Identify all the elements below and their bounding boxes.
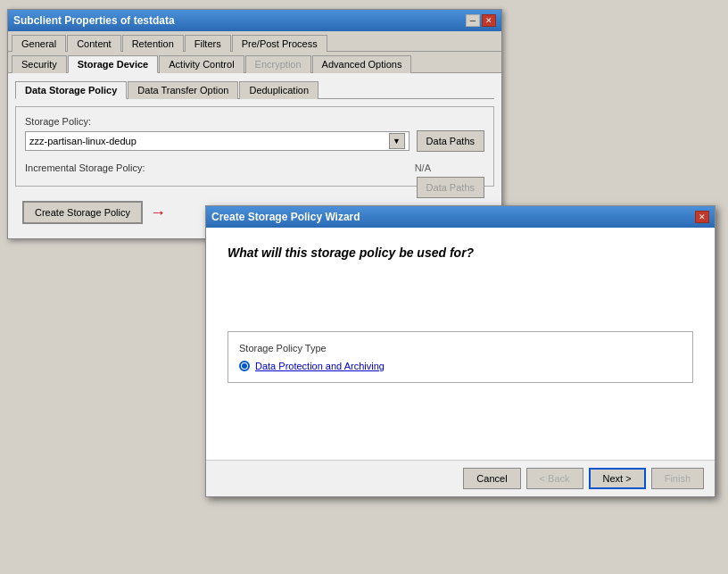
storage-policy-type-label: Storage Policy Type: [239, 343, 682, 354]
inner-tab-deduplication[interactable]: Deduplication: [239, 81, 318, 99]
tab-content[interactable]: Content: [67, 35, 121, 52]
wizard-footer: Cancel < Back Next > Finish: [206, 460, 715, 496]
storage-policy-type-group: Storage Policy Type Data Protection and …: [228, 331, 693, 383]
right-arrow-icon: →: [150, 204, 166, 222]
incremental-storage-label: Incremental Storage Policy:: [25, 162, 145, 173]
wizard-close-icon: ✕: [699, 212, 706, 221]
storage-policy-value: zzz-partisan-linux-dedup: [29, 136, 136, 146]
tab-row-2: Security Storage Device Activity Control…: [8, 52, 501, 73]
arrow-indicator: →: [150, 204, 166, 222]
tab-row-1: General Content Retention Filters Pre/Po…: [8, 31, 501, 52]
tab-general[interactable]: General: [12, 35, 66, 52]
wizard-title-bar: Create Storage Policy Wizard ✕: [206, 206, 715, 228]
wizard-title: Create Storage Policy Wizard: [211, 211, 360, 223]
minimize-button[interactable]: ─: [466, 14, 480, 27]
tab-prepost[interactable]: Pre/Post Process: [232, 35, 327, 52]
storage-policy-label: Storage Policy:: [25, 116, 484, 127]
tab-retention[interactable]: Retention: [122, 35, 184, 52]
radio-label-data-protection: Data Protection and Archiving: [255, 361, 385, 371]
finish-button[interactable]: Finish: [651, 468, 704, 489]
tab-activity-control[interactable]: Activity Control: [159, 55, 244, 73]
minimize-icon: ─: [470, 16, 476, 25]
next-button[interactable]: Next >: [589, 468, 646, 489]
data-paths-button-1[interactable]: Data Paths: [417, 130, 484, 152]
inner-tab-data-transfer-option[interactable]: Data Transfer Option: [128, 81, 238, 99]
radio-button-data-protection[interactable]: [239, 361, 250, 371]
radio-option-row[interactable]: Data Protection and Archiving: [239, 361, 682, 371]
main-window-title: Subclient Properties of testdata: [13, 14, 175, 27]
main-title-bar: Subclient Properties of testdata ─ ✕: [8, 10, 501, 31]
dropdown-arrow-icon[interactable]: ▼: [389, 133, 405, 149]
radio-button-inner: [242, 363, 247, 369]
wizard-content: What will this storage policy be used fo…: [206, 228, 715, 460]
storage-policy-panel: Storage Policy: zzz-partisan-linux-dedup…: [15, 106, 494, 187]
tab-security[interactable]: Security: [12, 55, 67, 73]
close-icon: ✕: [485, 16, 492, 25]
wizard-title-controls: ✕: [695, 211, 709, 223]
storage-policy-dropdown[interactable]: zzz-partisan-linux-dedup ▼: [25, 131, 410, 151]
cancel-button[interactable]: Cancel: [463, 468, 520, 489]
create-storage-policy-button[interactable]: Create Storage Policy: [22, 201, 143, 224]
back-button[interactable]: < Back: [526, 468, 583, 489]
tab-storage-device[interactable]: Storage Device: [68, 55, 158, 73]
tab-encryption: Encryption: [245, 55, 311, 73]
wizard-window: Create Storage Policy Wizard ✕ What will…: [205, 205, 716, 497]
wizard-close-button[interactable]: ✕: [695, 211, 709, 223]
inner-tab-data-storage-policy[interactable]: Data Storage Policy: [15, 81, 127, 99]
title-bar-controls: ─ ✕: [466, 14, 496, 27]
data-paths-button-2[interactable]: Data Paths: [417, 177, 484, 198]
tab-advanced-options[interactable]: Advanced Options: [312, 55, 412, 73]
storage-policy-row: zzz-partisan-linux-dedup ▼ Data Paths: [25, 130, 484, 152]
inner-tab-row: Data Storage Policy Data Transfer Option…: [15, 80, 494, 99]
wizard-question: What will this storage policy be used fo…: [228, 245, 693, 260]
incremental-na-value: N/A: [415, 162, 431, 173]
tab-filters[interactable]: Filters: [185, 35, 231, 52]
main-close-button[interactable]: ✕: [482, 14, 496, 27]
incremental-policy-row: Incremental Storage Policy: N/A: [25, 162, 484, 173]
